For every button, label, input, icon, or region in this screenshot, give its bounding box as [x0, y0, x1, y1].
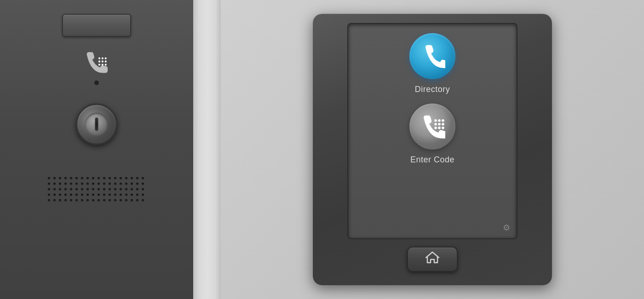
- svg-point-5: [105, 61, 107, 63]
- svg-point-16: [438, 126, 441, 129]
- speaker-dot: [70, 188, 72, 190]
- key-lock-button[interactable]: [76, 104, 117, 145]
- speaker-dot: [125, 177, 127, 179]
- speaker-dot: [120, 194, 122, 196]
- speaker-dot: [103, 177, 105, 179]
- speaker-dot: [136, 177, 138, 179]
- speaker-dot: [75, 194, 78, 196]
- speaker-dot: [131, 188, 133, 190]
- speaker-dot: [86, 177, 89, 179]
- speaker-dot: [48, 188, 50, 190]
- key-inner: [85, 113, 108, 136]
- enter-code-button[interactable]: Enter Code: [409, 104, 455, 165]
- microphone-dot: [94, 80, 99, 85]
- speaker-dot: [70, 199, 72, 201]
- speaker-dot: [109, 177, 111, 179]
- speaker-dot: [64, 177, 67, 179]
- svg-point-0: [98, 58, 100, 59]
- speaker-dot: [120, 199, 122, 201]
- speaker-dot: [53, 177, 56, 179]
- speaker-dot: [131, 199, 133, 201]
- svg-point-9: [434, 119, 437, 122]
- speaker-dot: [64, 199, 67, 201]
- speaker-dot: [53, 194, 56, 196]
- speaker-dot: [120, 177, 122, 179]
- speaker-dot: [81, 194, 83, 196]
- svg-point-10: [438, 119, 441, 122]
- home-icon: [426, 252, 439, 267]
- speaker-dot: [81, 188, 83, 190]
- settings-gear-button[interactable]: ⚙: [503, 223, 510, 233]
- svg-point-8: [105, 63, 107, 65]
- speaker-dot: [125, 188, 127, 190]
- speaker-dot: [120, 188, 122, 190]
- touchscreen: Directory: [347, 23, 518, 239]
- key-slot: [95, 118, 98, 131]
- directory-button[interactable]: Directory: [409, 33, 455, 94]
- speaker-dot: [53, 188, 56, 190]
- speaker-dot: [142, 177, 144, 179]
- speaker-dot: [59, 194, 61, 196]
- speaker-dot: [98, 188, 100, 190]
- speaker-dot: [86, 194, 89, 196]
- speaker-dot: [125, 194, 127, 196]
- speaker-dot: [81, 183, 83, 185]
- speaker-dot: [114, 183, 116, 185]
- speaker-dot: [98, 194, 100, 196]
- speaker-dot: [142, 199, 144, 201]
- svg-point-7: [102, 63, 104, 65]
- directory-label: Directory: [415, 85, 450, 94]
- speaker-dot: [103, 199, 105, 201]
- speaker-dot: [98, 183, 100, 185]
- speaker-dot: [59, 183, 61, 185]
- speaker-dot: [81, 199, 83, 201]
- top-button[interactable]: [62, 14, 131, 37]
- speaker-dot: [114, 194, 116, 196]
- enter-code-circle: [409, 104, 455, 150]
- speaker-dot: [48, 199, 50, 201]
- directory-circle: [409, 33, 455, 79]
- gear-icon: ⚙: [503, 223, 510, 232]
- enter-code-label: Enter Code: [410, 155, 454, 165]
- speaker-dot: [109, 188, 111, 190]
- panel-divider: [193, 0, 221, 299]
- speaker-dot: [114, 199, 116, 201]
- speaker-dot: [64, 188, 67, 190]
- speaker-dot: [109, 194, 111, 196]
- speaker-dot: [48, 177, 50, 179]
- speaker-dot: [48, 194, 50, 196]
- speaker-dot: [86, 188, 89, 190]
- speaker-grille: // Will be rendered by JS below: [43, 172, 150, 207]
- speaker-dot: [75, 199, 78, 201]
- speaker-dot: [142, 183, 144, 185]
- speaker-dot: [75, 177, 78, 179]
- speaker-dot: [136, 188, 138, 190]
- speaker-dot: [98, 199, 100, 201]
- speaker-dot: [86, 199, 89, 201]
- speaker-dot: [103, 194, 105, 196]
- speaker-dot: [59, 199, 61, 201]
- speaker-dot: [131, 194, 133, 196]
- speaker-dot: [103, 183, 105, 185]
- speaker-dot: [114, 177, 116, 179]
- speaker-dot: [70, 194, 72, 196]
- speaker-dot: [142, 194, 144, 196]
- phone-keypad-svg: [83, 51, 110, 74]
- speaker-dot: [81, 177, 83, 179]
- speaker-dot: [64, 194, 67, 196]
- speaker-dot: [92, 188, 94, 190]
- svg-point-17: [442, 126, 444, 129]
- speaker-dot: [131, 177, 133, 179]
- speaker-dot: [53, 183, 56, 185]
- speaker-dot: [114, 188, 116, 190]
- speaker-dot: [92, 183, 94, 185]
- speaker-dot: [131, 183, 133, 185]
- speaker-dot: [98, 177, 100, 179]
- svg-point-15: [434, 126, 437, 129]
- speaker-dot: [125, 199, 127, 201]
- speaker-dot: [142, 188, 144, 190]
- home-button[interactable]: [407, 247, 458, 272]
- speaker-dot: [136, 199, 138, 201]
- speaker-dot: [64, 183, 67, 185]
- svg-point-2: [105, 58, 107, 59]
